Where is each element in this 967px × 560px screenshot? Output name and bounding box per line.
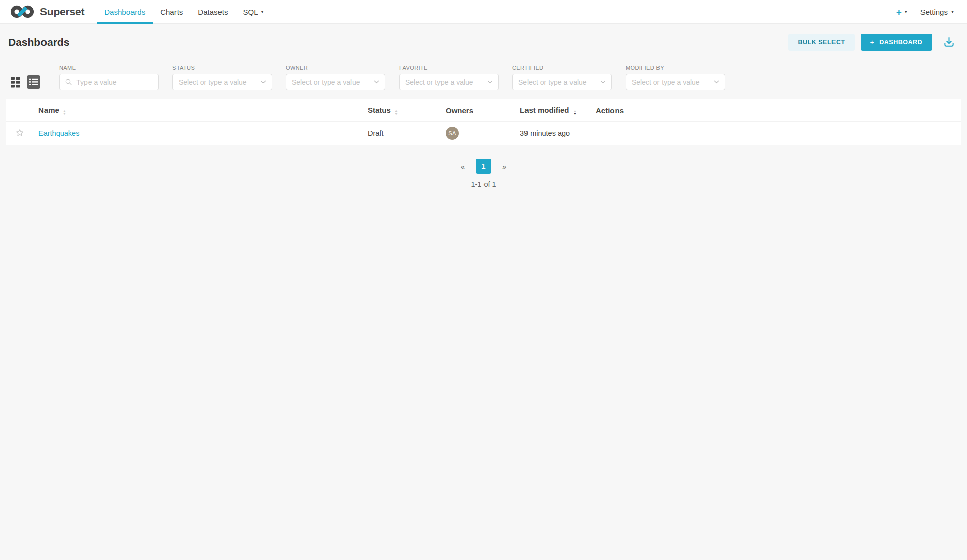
filter-modified-by: MODIFIED BY Select or type a value xyxy=(626,65,725,90)
dashboard-link[interactable]: Earthquakes xyxy=(38,129,79,137)
download-icon xyxy=(943,36,955,48)
filter-label: OWNER xyxy=(286,65,385,71)
favorite-column-header xyxy=(6,99,32,122)
filter-certified: CERTIFIED Select or type a value xyxy=(512,65,612,90)
column-header-status[interactable]: Status▲▼ xyxy=(362,99,439,122)
name-search-field xyxy=(59,74,159,90)
row-count-summary: 1-1 of 1 xyxy=(0,180,967,189)
star-outline-icon xyxy=(15,128,24,137)
favorite-filter-select[interactable]: Select or type a value xyxy=(399,74,499,90)
column-header-owners: Owners xyxy=(439,99,514,122)
filter-label: STATUS xyxy=(172,65,272,71)
main-nav: Dashboards Charts Datasets SQL ▾ xyxy=(97,0,271,23)
next-page-button[interactable]: » xyxy=(502,162,506,171)
page-title: Dashboards xyxy=(8,36,69,49)
top-navbar: Superset Dashboards Charts Datasets SQL … xyxy=(0,0,967,24)
dashboard-status-cell: Draft xyxy=(362,122,439,146)
settings-label: Settings xyxy=(920,8,948,16)
prev-page-button[interactable]: « xyxy=(461,162,465,171)
filter-label: NAME xyxy=(59,65,159,71)
dashboards-table-card: Name▲▼ Status▲▼ Owners Last modified▲▼ A xyxy=(6,99,961,145)
brand-name: Superset xyxy=(40,6,84,18)
column-header-actions: Actions xyxy=(590,99,961,122)
filter-name: NAME xyxy=(59,65,159,90)
navbar-left: Superset Dashboards Charts Datasets SQL … xyxy=(9,0,272,23)
chevron-down-icon xyxy=(374,80,379,84)
bulk-select-button[interactable]: BULK SELECT xyxy=(788,34,855,51)
dashboards-table: Name▲▼ Status▲▼ Owners Last modified▲▼ A xyxy=(6,99,961,145)
sort-icon: ▲▼ xyxy=(63,110,66,115)
grid-view-icon xyxy=(11,77,20,88)
filter-favorite: FAVORITE Select or type a value xyxy=(399,65,499,90)
page-header: Dashboards BULK SELECT + DASHBOARD xyxy=(0,24,967,51)
new-dashboard-label: DASHBOARD xyxy=(879,39,922,46)
table-header-row: Name▲▼ Status▲▼ Owners Last modified▲▼ A xyxy=(6,99,961,122)
filter-bar: NAME STATUS Select or type a value xyxy=(0,51,967,90)
sort-desc-icon: ▲▼ xyxy=(573,110,577,115)
favorite-cell xyxy=(6,122,32,146)
select-placeholder: Select or type a value xyxy=(632,78,710,86)
favorite-star-button[interactable] xyxy=(15,128,24,137)
owner-avatar: SA xyxy=(446,127,459,140)
search-icon xyxy=(65,78,72,86)
name-filter-input[interactable] xyxy=(75,78,153,87)
import-dashboard-button[interactable] xyxy=(943,36,955,48)
settings-menu-button[interactable]: Settings ▾ xyxy=(920,8,954,16)
status-filter-select[interactable]: Select or type a value xyxy=(172,74,272,90)
filter-label: MODIFIED BY xyxy=(626,65,725,71)
dashboards-page: Dashboards BULK SELECT + DASHBOARD xyxy=(0,24,967,189)
nav-tab-datasets[interactable]: Datasets xyxy=(190,0,235,23)
caret-down-icon: ▾ xyxy=(951,9,954,14)
dashboard-owners-cell: SA xyxy=(439,122,514,146)
superset-app: Superset Dashboards Charts Datasets SQL … xyxy=(0,0,967,189)
new-dashboard-button[interactable]: + DASHBOARD xyxy=(861,34,932,51)
card-view-toggle[interactable] xyxy=(11,77,20,88)
caret-down-icon: ▾ xyxy=(261,9,264,14)
certified-filter-select[interactable]: Select or type a value xyxy=(512,74,612,90)
select-placeholder: Select or type a value xyxy=(179,78,257,86)
plus-icon: + xyxy=(870,38,875,46)
select-placeholder: Select or type a value xyxy=(518,78,597,86)
column-header-name[interactable]: Name▲▼ xyxy=(32,99,362,122)
owner-filter-select[interactable]: Select or type a value xyxy=(286,74,385,90)
navbar-right: + ▾ Settings ▾ xyxy=(896,0,954,23)
filter-fields: NAME STATUS Select or type a value xyxy=(59,65,725,90)
nav-tab-label: Dashboards xyxy=(104,8,145,16)
chevron-down-icon xyxy=(260,80,266,84)
superset-logo[interactable]: Superset xyxy=(9,0,84,23)
pagination: « 1 » xyxy=(0,159,967,174)
select-placeholder: Select or type a value xyxy=(405,78,484,86)
chevron-down-icon xyxy=(714,80,719,84)
nav-tab-label: Datasets xyxy=(198,8,228,16)
nav-tab-dashboards[interactable]: Dashboards xyxy=(97,0,153,23)
caret-down-icon: ▾ xyxy=(905,9,907,14)
modified-by-filter-select[interactable]: Select or type a value xyxy=(626,74,725,90)
superset-infinity-icon xyxy=(9,4,35,19)
dashboard-modified-cell: 39 minutes ago xyxy=(514,122,590,146)
new-item-menu-button[interactable]: + ▾ xyxy=(896,7,907,17)
filter-label: CERTIFIED xyxy=(512,65,612,71)
header-actions: BULK SELECT + DASHBOARD xyxy=(788,34,955,51)
list-view-icon xyxy=(29,78,38,86)
filter-label: FAVORITE xyxy=(399,65,499,71)
dashboard-name-cell: Earthquakes xyxy=(32,122,362,146)
chevron-down-icon xyxy=(487,80,493,84)
column-header-last-modified[interactable]: Last modified▲▼ xyxy=(514,99,590,122)
page-1-button[interactable]: 1 xyxy=(476,159,491,174)
nav-tab-label: SQL xyxy=(243,8,258,16)
nav-tab-sql[interactable]: SQL ▾ xyxy=(236,0,272,23)
chevron-down-icon xyxy=(600,80,606,84)
filter-status: STATUS Select or type a value xyxy=(172,65,272,90)
list-view-toggle[interactable] xyxy=(27,75,40,89)
sort-icon: ▲▼ xyxy=(394,110,398,115)
nav-tab-label: Charts xyxy=(160,8,183,16)
filter-owner: OWNER Select or type a value xyxy=(286,65,385,90)
nav-tab-charts[interactable]: Charts xyxy=(153,0,190,23)
view-mode-toggles xyxy=(11,75,40,89)
dashboard-actions-cell xyxy=(590,122,961,146)
select-placeholder: Select or type a value xyxy=(292,78,370,86)
dashboard-row: Earthquakes Draft SA 39 minutes ago xyxy=(6,122,961,146)
plus-icon: + xyxy=(896,7,902,17)
